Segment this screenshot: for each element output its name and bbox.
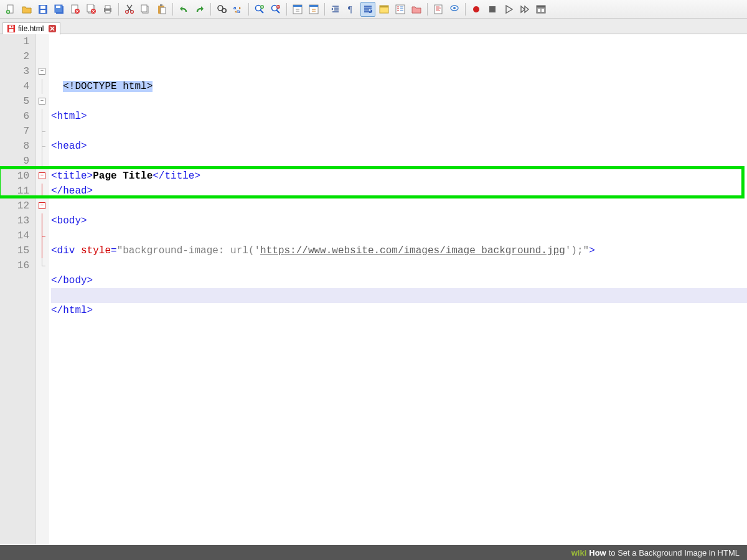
fold-column: −−−−: [36, 34, 49, 544]
line-number: 16: [0, 258, 29, 273]
show-invisibles-button[interactable]: ¶: [344, 2, 359, 17]
zoom-in-button[interactable]: [252, 2, 267, 17]
line-number: 11: [0, 184, 29, 198]
save-icon: [38, 4, 48, 14]
fold-guide: [42, 258, 42, 266]
toolbar-separator: [210, 3, 211, 16]
sync-v-button[interactable]: [290, 2, 305, 17]
code-line[interactable]: [51, 154, 747, 169]
word-wrap-icon: [363, 4, 373, 14]
copy-button[interactable]: [138, 2, 153, 17]
doc-map-icon: [433, 4, 443, 14]
play-fast-icon: [520, 4, 530, 14]
toolbar-separator: [172, 3, 173, 16]
find-replace-button[interactable]: ab: [230, 2, 245, 17]
zoom-out-icon: [271, 4, 281, 14]
toolbar-separator: [465, 3, 466, 16]
doc-map-button[interactable]: [431, 2, 446, 17]
fold-tick: [42, 146, 45, 147]
close-button[interactable]: [68, 2, 83, 17]
fold-guide: [42, 154, 42, 169]
sync-h-button[interactable]: [306, 2, 321, 17]
save-button[interactable]: [35, 2, 50, 17]
indent-left-button[interactable]: [328, 2, 343, 17]
svg-rect-32: [293, 5, 302, 7]
code-line[interactable]: </head>: [51, 184, 747, 198]
fold-toggle[interactable]: −: [39, 172, 45, 179]
word-wrap-button[interactable]: [360, 2, 375, 17]
file-tab[interactable]: file.html: [2, 22, 60, 35]
code-line[interactable]: <!DOCTYPE html>: [51, 79, 747, 94]
code-editor[interactable]: 12345678910111213141516 −−−− <!DOCTYPE h…: [0, 34, 747, 544]
code-line[interactable]: <title>Page Title</title>: [51, 169, 747, 184]
play-icon: [504, 4, 514, 14]
code-line[interactable]: <head>: [51, 139, 747, 154]
brand-how: How: [589, 548, 606, 558]
code-line[interactable]: </html>: [51, 303, 747, 318]
fold-guide: [42, 243, 42, 258]
svg-text:a: a: [233, 5, 237, 11]
show-invisibles-icon: ¶: [347, 4, 357, 14]
sync-v-icon: [293, 4, 303, 14]
code-line[interactable]: [51, 124, 747, 139]
show-all-button[interactable]: [533, 2, 548, 17]
function-list-button[interactable]: [393, 2, 408, 17]
fold-tick: [42, 236, 45, 236]
find-button[interactable]: [214, 2, 229, 17]
paste-button[interactable]: [154, 2, 169, 17]
svg-text:b: b: [237, 9, 240, 14]
fold-toggle[interactable]: −: [39, 98, 45, 105]
svg-point-42: [473, 6, 479, 12]
redo-icon: [195, 4, 205, 14]
print-button[interactable]: [100, 2, 115, 17]
code-line[interactable]: </body>: [51, 273, 747, 288]
line-number: 7: [0, 124, 29, 139]
toolbar-separator: [286, 3, 287, 16]
monitor-icon: [449, 4, 459, 14]
fold-guide: [42, 213, 42, 228]
code-line[interactable]: <div style="background-image: url('https…: [51, 243, 747, 258]
paste-icon: [157, 4, 167, 14]
svg-rect-4: [40, 10, 45, 13]
undo-icon: [179, 4, 189, 14]
toolbar-separator: [324, 3, 325, 16]
code-area[interactable]: <!DOCTYPE html><html><head><title>Page T…: [49, 34, 747, 544]
function-list-icon: [395, 4, 405, 14]
redo-button[interactable]: [192, 2, 207, 17]
toolbar-separator: [427, 3, 428, 16]
save-all-button[interactable]: [52, 2, 67, 17]
cut-icon: [125, 4, 134, 14]
record-button[interactable]: [469, 2, 484, 17]
svg-rect-19: [141, 5, 147, 12]
code-line[interactable]: [51, 228, 747, 243]
monitor-button[interactable]: [447, 2, 462, 17]
line-number: 14: [0, 228, 29, 243]
folder-button[interactable]: [409, 2, 424, 17]
undo-button[interactable]: [176, 2, 191, 17]
play-fast-button[interactable]: [517, 2, 532, 17]
tab-filename: file.html: [18, 24, 44, 33]
close-icon[interactable]: [49, 25, 56, 32]
code-line[interactable]: <body>: [51, 213, 747, 228]
new-file-button[interactable]: [3, 2, 18, 17]
zoom-out-button[interactable]: [268, 2, 283, 17]
fold-toggle[interactable]: −: [39, 202, 45, 209]
svg-point-41: [453, 7, 456, 9]
cut-button[interactable]: [122, 2, 137, 17]
play-button[interactable]: [501, 2, 516, 17]
line-number-gutter: 12345678910111213141516: [0, 34, 36, 544]
browser-preview-button[interactable]: [377, 2, 392, 17]
open-file-button[interactable]: [19, 2, 34, 17]
code-line[interactable]: [51, 258, 747, 273]
show-all-icon: [536, 4, 546, 14]
caption-bar: wikiHow to Set a Background Image in HTM…: [0, 545, 747, 560]
close-all-button[interactable]: [84, 2, 99, 17]
code-line[interactable]: [51, 198, 747, 213]
copy-icon: [141, 4, 151, 14]
code-line[interactable]: [51, 94, 747, 109]
code-line[interactable]: [51, 288, 747, 303]
stop-button[interactable]: [485, 2, 500, 17]
fold-toggle[interactable]: −: [39, 68, 45, 75]
line-number: 15: [0, 243, 29, 258]
code-line[interactable]: <html>: [51, 109, 747, 124]
